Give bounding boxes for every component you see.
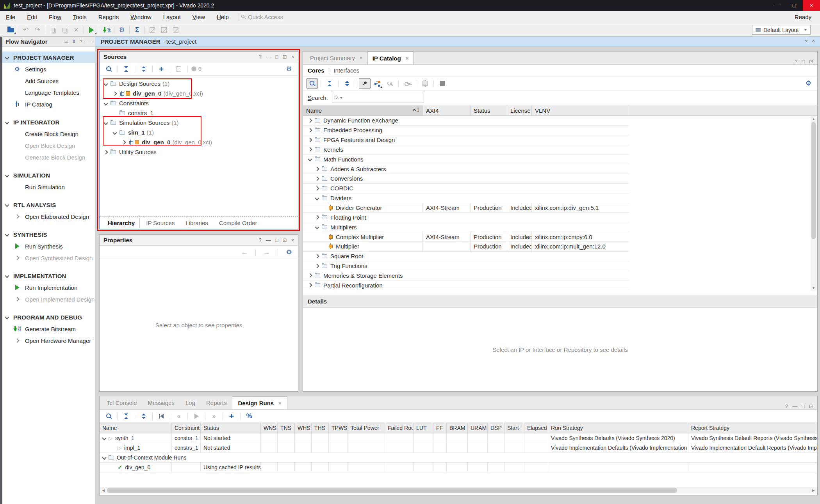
close-button[interactable]: × — [803, 0, 820, 11]
sidebar-section-header-rtl-analysis[interactable]: RTL ANALYSIS — [0, 199, 95, 211]
catalog-row-name[interactable]: Dividers — [303, 193, 422, 203]
minimize-icon[interactable]: — — [266, 237, 271, 243]
catalog-row[interactable]: Memories & Storage Elements — [303, 271, 629, 281]
scroll-left-icon[interactable]: ◀ — [100, 487, 107, 493]
sidebar-section-header-ip-integrator[interactable]: IP INTEGRATOR — [0, 116, 95, 128]
expander-icon[interactable] — [315, 225, 319, 229]
catalog-row-name[interactable]: FPGA Features and Design — [303, 135, 422, 145]
source-tree-item[interactable]: Design Sources (1) — [100, 79, 298, 89]
column-header[interactable]: Failed Routes — [385, 423, 413, 433]
catalog-row[interactable]: Math Functions — [303, 154, 629, 164]
close-icon[interactable]: × — [278, 400, 282, 406]
catalog-row-name[interactable]: Memories & Storage Elements — [303, 271, 422, 280]
sources-view-tab[interactable]: Compile Order — [214, 218, 262, 228]
catalog-row[interactable]: Conversions — [303, 174, 629, 184]
create-runs-button[interactable]: + — [226, 411, 237, 421]
catalog-row-name[interactable]: Partial Reconfiguration — [303, 280, 422, 290]
sidebar-item-add-sources[interactable]: Add Sources — [0, 75, 95, 87]
quick-access-search[interactable] — [241, 14, 310, 20]
scroll-up-icon[interactable]: ▲ — [811, 116, 816, 122]
expand-all-button[interactable] — [138, 64, 150, 74]
percent-button[interactable]: % — [243, 411, 255, 421]
column-header-axi4[interactable]: AXI4 — [422, 105, 470, 115]
bottom-tab[interactable]: Messages× — [143, 396, 180, 409]
add-sources-button[interactable]: + — [155, 64, 167, 74]
catalog-row[interactable]: Divider Generator AXI4-Stream Production… — [303, 203, 629, 213]
sidebar-section-header-synthesis[interactable]: SYNTHESIS — [0, 229, 95, 240]
column-header[interactable]: Run Strategy — [548, 423, 688, 433]
column-header-vlnv[interactable]: VLNV — [531, 105, 629, 115]
catalog-search-field[interactable] — [332, 93, 424, 103]
forward-button[interactable]: → — [261, 247, 273, 257]
expander-icon[interactable] — [103, 101, 108, 105]
catalog-row-name[interactable]: Math Functions — [303, 154, 422, 164]
menu-reports[interactable]: Reports — [93, 14, 125, 20]
vertical-scrollbar[interactable]: ▲ ▼ — [811, 116, 816, 291]
catalog-row[interactable]: Dynamic Function eXchange — [303, 116, 629, 126]
tab-project-summary[interactable]: Project Summary× — [305, 51, 367, 64]
catalog-row-name[interactable]: Conversions — [303, 174, 422, 183]
expander-icon[interactable] — [308, 128, 312, 132]
sources-view-tab[interactable]: Hierarchy — [103, 218, 140, 228]
back-button[interactable]: ← — [239, 247, 250, 257]
expander-icon[interactable] — [315, 254, 319, 258]
scroll-right-icon[interactable]: ▶ — [810, 487, 816, 493]
catalog-row-name[interactable]: Embedded Processing — [303, 126, 422, 135]
maximize-icon[interactable]: □ — [802, 403, 805, 409]
run-name-cell[interactable]: ▷ ✓ div_gen_0 — [100, 463, 171, 472]
minimize-icon[interactable]: — — [792, 403, 797, 409]
column-header[interactable]: Name — [100, 423, 171, 433]
info-button[interactable] — [437, 78, 448, 89]
expander-icon[interactable] — [308, 118, 312, 122]
maximize-icon[interactable]: □ — [802, 59, 805, 64]
report-sum-button[interactable]: Σ — [131, 25, 143, 35]
catalog-row-name[interactable]: Dynamic Function eXchange — [303, 116, 422, 125]
expand-all-button[interactable] — [341, 78, 353, 89]
generate-bitstream-button[interactable]: 0110 — [101, 25, 112, 35]
source-tree-item[interactable]: Utility Sources — [100, 147, 298, 157]
sources-settings-button[interactable]: ⚙ — [283, 64, 295, 74]
column-header[interactable]: LUT — [413, 423, 433, 433]
column-header-license[interactable]: License — [507, 105, 531, 115]
expander-icon[interactable] — [315, 196, 319, 200]
sidebar-item-settings[interactable]: ⚙Settings — [0, 63, 95, 75]
help-icon[interactable]: ? — [795, 59, 797, 64]
sidebar-item-run-implementation[interactable]: Run Implementation — [0, 282, 95, 293]
source-tree-item[interactable]: div_gen_0 (div_gen_0.xci) — [100, 137, 298, 147]
column-header[interactable]: Elapsed — [524, 423, 548, 433]
sidebar-item-ip-catalog[interactable]: IP Catalog — [0, 98, 95, 110]
catalog-row[interactable]: Adders & Subtracters — [303, 164, 629, 174]
close-icon[interactable]: × — [291, 54, 294, 60]
run-name-cell[interactable]: ▷ ✓ synth_1 — [100, 433, 171, 443]
column-header[interactable]: Report Strategy — [688, 423, 817, 433]
properties-settings-button[interactable]: ⚙ — [283, 247, 295, 257]
subtab-interfaces[interactable]: Interfaces — [333, 67, 359, 74]
catalog-row-name[interactable]: Square Root — [303, 252, 422, 261]
catalog-row[interactable]: Square Root — [303, 252, 629, 261]
expander-icon[interactable] — [308, 138, 312, 142]
help-icon[interactable]: ? — [80, 39, 82, 44]
column-header[interactable]: TPWS — [328, 423, 348, 433]
column-header[interactable]: WHS — [294, 423, 311, 433]
expander-icon[interactable] — [315, 186, 319, 190]
expander-icon[interactable] — [102, 455, 106, 460]
redo-button[interactable]: ↷ — [32, 25, 43, 35]
sidebar-item-open-elaborated-design[interactable]: Open Elaborated Design — [0, 211, 95, 222]
catalog-row[interactable]: Multiplier Production Included xilinx.co… — [303, 242, 629, 252]
expander-icon[interactable] — [308, 157, 312, 161]
sidebar-section-header-program-and-debug[interactable]: PROGRAM AND DEBUG — [0, 311, 95, 323]
catalog-row-name[interactable]: Multipliers — [303, 222, 422, 232]
scrollbar-thumb[interactable] — [107, 488, 677, 493]
column-header-name[interactable]: Name1 — [303, 105, 422, 115]
catalog-row[interactable]: Partial Reconfiguration — [303, 280, 629, 290]
column-header[interactable]: DSP — [487, 423, 504, 433]
menu-help[interactable]: Help — [211, 14, 235, 20]
source-tree-item[interactable]: div_gen_0 (div_gen_0.xci) — [100, 89, 298, 98]
sidebar-item-generate-bitstream[interactable]: 0110Generate Bitstream — [0, 323, 95, 335]
catalog-row-name[interactable]: Divider Generator — [303, 203, 422, 213]
expander-icon[interactable] — [308, 273, 312, 278]
search-button[interactable] — [103, 411, 114, 421]
sidebar-item-open-synthesized-design[interactable]: Open Synthesized Design — [0, 252, 95, 264]
tab-ip-catalog[interactable]: IP Catalog× — [367, 51, 414, 64]
sidebar-item-open-block-design[interactable]: Open Block Design — [0, 140, 95, 151]
